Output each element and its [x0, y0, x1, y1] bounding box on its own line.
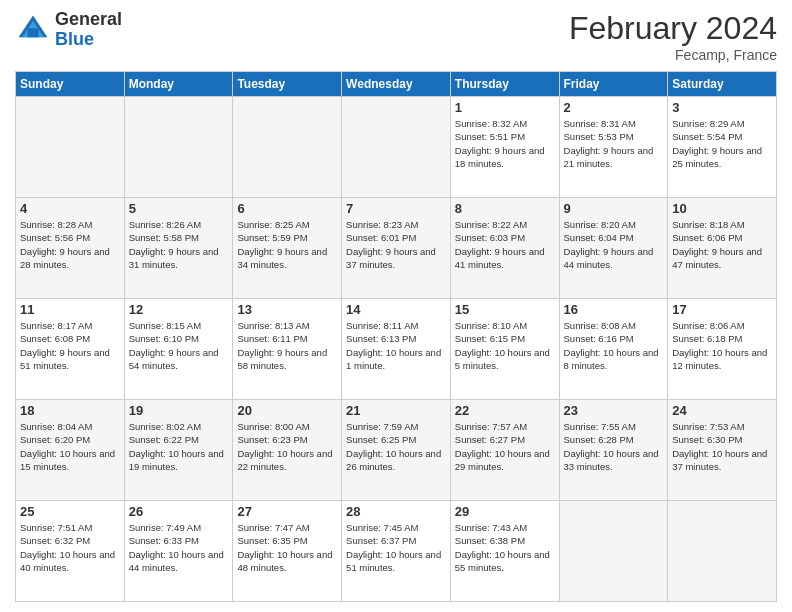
day-info: Sunrise: 8:29 AM Sunset: 5:54 PM Dayligh… [672, 117, 772, 170]
calendar-cell [668, 501, 777, 602]
calendar-cell: 4Sunrise: 8:28 AM Sunset: 5:56 PM Daylig… [16, 198, 125, 299]
day-info: Sunrise: 8:25 AM Sunset: 5:59 PM Dayligh… [237, 218, 337, 271]
day-info: Sunrise: 8:23 AM Sunset: 6:01 PM Dayligh… [346, 218, 446, 271]
day-info: Sunrise: 8:11 AM Sunset: 6:13 PM Dayligh… [346, 319, 446, 372]
calendar-cell: 7Sunrise: 8:23 AM Sunset: 6:01 PM Daylig… [342, 198, 451, 299]
calendar-table: Sunday Monday Tuesday Wednesday Thursday… [15, 71, 777, 602]
day-info: Sunrise: 7:43 AM Sunset: 6:38 PM Dayligh… [455, 521, 555, 574]
calendar-cell [16, 97, 125, 198]
day-info: Sunrise: 7:45 AM Sunset: 6:37 PM Dayligh… [346, 521, 446, 574]
calendar-cell: 6Sunrise: 8:25 AM Sunset: 5:59 PM Daylig… [233, 198, 342, 299]
day-info: Sunrise: 8:08 AM Sunset: 6:16 PM Dayligh… [564, 319, 664, 372]
calendar-cell: 11Sunrise: 8:17 AM Sunset: 6:08 PM Dayli… [16, 299, 125, 400]
calendar-cell: 14Sunrise: 8:11 AM Sunset: 6:13 PM Dayli… [342, 299, 451, 400]
day-info: Sunrise: 8:02 AM Sunset: 6:22 PM Dayligh… [129, 420, 229, 473]
day-number: 27 [237, 504, 337, 519]
calendar-cell: 9Sunrise: 8:20 AM Sunset: 6:04 PM Daylig… [559, 198, 668, 299]
day-info: Sunrise: 8:26 AM Sunset: 5:58 PM Dayligh… [129, 218, 229, 271]
day-number: 23 [564, 403, 664, 418]
calendar-cell: 5Sunrise: 8:26 AM Sunset: 5:58 PM Daylig… [124, 198, 233, 299]
day-number: 1 [455, 100, 555, 115]
page: General Blue February 2024 Fecamp, Franc… [0, 0, 792, 612]
col-saturday: Saturday [668, 72, 777, 97]
day-info: Sunrise: 8:28 AM Sunset: 5:56 PM Dayligh… [20, 218, 120, 271]
col-sunday: Sunday [16, 72, 125, 97]
calendar-week-row: 1Sunrise: 8:32 AM Sunset: 5:51 PM Daylig… [16, 97, 777, 198]
day-info: Sunrise: 8:20 AM Sunset: 6:04 PM Dayligh… [564, 218, 664, 271]
day-number: 19 [129, 403, 229, 418]
day-info: Sunrise: 7:49 AM Sunset: 6:33 PM Dayligh… [129, 521, 229, 574]
day-info: Sunrise: 7:59 AM Sunset: 6:25 PM Dayligh… [346, 420, 446, 473]
day-info: Sunrise: 7:51 AM Sunset: 6:32 PM Dayligh… [20, 521, 120, 574]
logo-text: General Blue [55, 10, 122, 50]
day-info: Sunrise: 7:47 AM Sunset: 6:35 PM Dayligh… [237, 521, 337, 574]
day-number: 17 [672, 302, 772, 317]
day-number: 10 [672, 201, 772, 216]
header-row: Sunday Monday Tuesday Wednesday Thursday… [16, 72, 777, 97]
calendar-cell: 15Sunrise: 8:10 AM Sunset: 6:15 PM Dayli… [450, 299, 559, 400]
day-number: 13 [237, 302, 337, 317]
day-number: 12 [129, 302, 229, 317]
day-number: 4 [20, 201, 120, 216]
day-number: 28 [346, 504, 446, 519]
calendar-cell: 20Sunrise: 8:00 AM Sunset: 6:23 PM Dayli… [233, 400, 342, 501]
day-info: Sunrise: 8:04 AM Sunset: 6:20 PM Dayligh… [20, 420, 120, 473]
day-info: Sunrise: 7:57 AM Sunset: 6:27 PM Dayligh… [455, 420, 555, 473]
day-number: 14 [346, 302, 446, 317]
day-info: Sunrise: 8:15 AM Sunset: 6:10 PM Dayligh… [129, 319, 229, 372]
calendar-cell: 3Sunrise: 8:29 AM Sunset: 5:54 PM Daylig… [668, 97, 777, 198]
day-number: 8 [455, 201, 555, 216]
day-info: Sunrise: 8:13 AM Sunset: 6:11 PM Dayligh… [237, 319, 337, 372]
calendar-cell: 19Sunrise: 8:02 AM Sunset: 6:22 PM Dayli… [124, 400, 233, 501]
day-number: 24 [672, 403, 772, 418]
calendar-cell [233, 97, 342, 198]
col-monday: Monday [124, 72, 233, 97]
calendar-week-row: 25Sunrise: 7:51 AM Sunset: 6:32 PM Dayli… [16, 501, 777, 602]
day-number: 29 [455, 504, 555, 519]
day-number: 6 [237, 201, 337, 216]
calendar-week-row: 4Sunrise: 8:28 AM Sunset: 5:56 PM Daylig… [16, 198, 777, 299]
day-number: 9 [564, 201, 664, 216]
day-info: Sunrise: 8:06 AM Sunset: 6:18 PM Dayligh… [672, 319, 772, 372]
day-info: Sunrise: 8:10 AM Sunset: 6:15 PM Dayligh… [455, 319, 555, 372]
header: General Blue February 2024 Fecamp, Franc… [15, 10, 777, 63]
svg-rect-2 [28, 28, 39, 37]
day-number: 25 [20, 504, 120, 519]
day-info: Sunrise: 7:55 AM Sunset: 6:28 PM Dayligh… [564, 420, 664, 473]
calendar-location: Fecamp, France [569, 47, 777, 63]
day-number: 20 [237, 403, 337, 418]
title-block: February 2024 Fecamp, France [569, 10, 777, 63]
col-friday: Friday [559, 72, 668, 97]
calendar-week-row: 11Sunrise: 8:17 AM Sunset: 6:08 PM Dayli… [16, 299, 777, 400]
calendar-cell: 1Sunrise: 8:32 AM Sunset: 5:51 PM Daylig… [450, 97, 559, 198]
logo: General Blue [15, 10, 122, 50]
calendar-cell [559, 501, 668, 602]
day-number: 11 [20, 302, 120, 317]
day-number: 15 [455, 302, 555, 317]
day-info: Sunrise: 7:53 AM Sunset: 6:30 PM Dayligh… [672, 420, 772, 473]
day-number: 7 [346, 201, 446, 216]
calendar-cell: 27Sunrise: 7:47 AM Sunset: 6:35 PM Dayli… [233, 501, 342, 602]
day-number: 22 [455, 403, 555, 418]
calendar-week-row: 18Sunrise: 8:04 AM Sunset: 6:20 PM Dayli… [16, 400, 777, 501]
day-info: Sunrise: 8:00 AM Sunset: 6:23 PM Dayligh… [237, 420, 337, 473]
calendar-cell: 17Sunrise: 8:06 AM Sunset: 6:18 PM Dayli… [668, 299, 777, 400]
day-info: Sunrise: 8:22 AM Sunset: 6:03 PM Dayligh… [455, 218, 555, 271]
day-number: 2 [564, 100, 664, 115]
day-info: Sunrise: 8:18 AM Sunset: 6:06 PM Dayligh… [672, 218, 772, 271]
col-thursday: Thursday [450, 72, 559, 97]
calendar-cell: 13Sunrise: 8:13 AM Sunset: 6:11 PM Dayli… [233, 299, 342, 400]
calendar-cell: 26Sunrise: 7:49 AM Sunset: 6:33 PM Dayli… [124, 501, 233, 602]
calendar-cell: 21Sunrise: 7:59 AM Sunset: 6:25 PM Dayli… [342, 400, 451, 501]
day-info: Sunrise: 8:32 AM Sunset: 5:51 PM Dayligh… [455, 117, 555, 170]
calendar-cell: 24Sunrise: 7:53 AM Sunset: 6:30 PM Dayli… [668, 400, 777, 501]
calendar-cell: 16Sunrise: 8:08 AM Sunset: 6:16 PM Dayli… [559, 299, 668, 400]
calendar-cell: 18Sunrise: 8:04 AM Sunset: 6:20 PM Dayli… [16, 400, 125, 501]
calendar-cell: 8Sunrise: 8:22 AM Sunset: 6:03 PM Daylig… [450, 198, 559, 299]
calendar-cell: 23Sunrise: 7:55 AM Sunset: 6:28 PM Dayli… [559, 400, 668, 501]
calendar-cell [342, 97, 451, 198]
day-number: 18 [20, 403, 120, 418]
calendar-cell: 29Sunrise: 7:43 AM Sunset: 6:38 PM Dayli… [450, 501, 559, 602]
calendar-cell [124, 97, 233, 198]
col-tuesday: Tuesday [233, 72, 342, 97]
